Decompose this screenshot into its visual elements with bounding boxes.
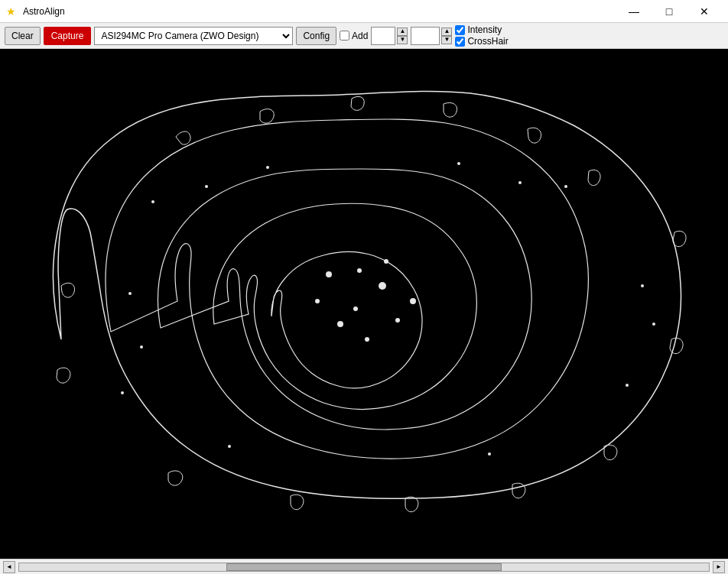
- spinbox-1[interactable]: 1: [371, 27, 395, 45]
- svg-point-7: [315, 299, 320, 303]
- svg-point-5: [337, 321, 343, 327]
- svg-point-11: [151, 200, 154, 203]
- spinbox-1-group: 1 ▲ ▼: [371, 27, 408, 45]
- svg-point-6: [365, 337, 369, 342]
- spinbox-1-up[interactable]: ▲: [397, 28, 408, 36]
- spinbox-2[interactable]: 255: [411, 27, 440, 45]
- svg-point-13: [121, 391, 124, 394]
- toolbar: Clear Capture ASI294MC Pro Camera (ZWO D…: [0, 23, 728, 49]
- maximize-button[interactable]: □: [652, 0, 687, 23]
- svg-rect-0: [0, 49, 728, 559]
- svg-point-21: [128, 292, 132, 295]
- clear-button[interactable]: Clear: [5, 27, 41, 45]
- svg-point-16: [488, 452, 491, 456]
- add-checkbox[interactable]: [340, 31, 349, 41]
- svg-point-15: [228, 445, 231, 448]
- title-bar: ★ AstroAlign — □ ✕: [0, 0, 728, 23]
- crosshair-label: CrossHair: [467, 36, 508, 47]
- svg-point-19: [205, 185, 208, 188]
- svg-point-4: [395, 318, 400, 323]
- svg-point-20: [518, 181, 522, 184]
- scrollbar-track[interactable]: [18, 563, 710, 572]
- intensity-checkbox[interactable]: [455, 25, 465, 35]
- spinbox-1-down[interactable]: ▼: [397, 36, 408, 44]
- crosshair-checkbox[interactable]: [455, 37, 465, 47]
- svg-point-18: [457, 162, 460, 165]
- canvas-area: [0, 49, 728, 559]
- close-button[interactable]: ✕: [687, 0, 722, 23]
- app-title: AstroAlign: [23, 6, 65, 17]
- add-group: Add: [340, 31, 368, 41]
- add-label: Add: [352, 31, 368, 41]
- config-button[interactable]: Config: [296, 27, 336, 45]
- svg-point-8: [410, 298, 416, 304]
- svg-point-12: [564, 185, 567, 188]
- camera-select[interactable]: ASI294MC Pro Camera (ZWO Design): [94, 27, 293, 45]
- app-icon: ★: [6, 5, 18, 18]
- scroll-left-button[interactable]: ◄: [3, 561, 15, 573]
- status-bar: ◄ ►: [0, 559, 728, 574]
- options-checkboxes: Intensity CrossHair: [455, 24, 508, 47]
- scrollbar-thumb[interactable]: [226, 563, 502, 571]
- scroll-right-button[interactable]: ►: [713, 561, 725, 573]
- spinbox-2-up[interactable]: ▲: [441, 28, 452, 36]
- window-controls: — □ ✕: [616, 0, 722, 23]
- svg-point-14: [626, 384, 629, 387]
- svg-point-17: [266, 166, 269, 169]
- intensity-label: Intensity: [467, 24, 502, 35]
- svg-point-3: [379, 282, 386, 290]
- svg-point-2: [353, 306, 358, 311]
- svg-point-9: [357, 268, 362, 273]
- spinbox-2-group: 255 ▲ ▼: [411, 27, 452, 45]
- svg-point-23: [641, 284, 644, 287]
- svg-point-24: [652, 323, 655, 326]
- svg-point-22: [140, 345, 143, 349]
- capture-button[interactable]: Capture: [44, 27, 92, 45]
- contour-display: [0, 49, 728, 559]
- svg-point-10: [384, 259, 388, 264]
- svg-point-1: [326, 271, 332, 277]
- spinbox-2-down[interactable]: ▼: [441, 36, 452, 44]
- minimize-button[interactable]: —: [616, 0, 652, 23]
